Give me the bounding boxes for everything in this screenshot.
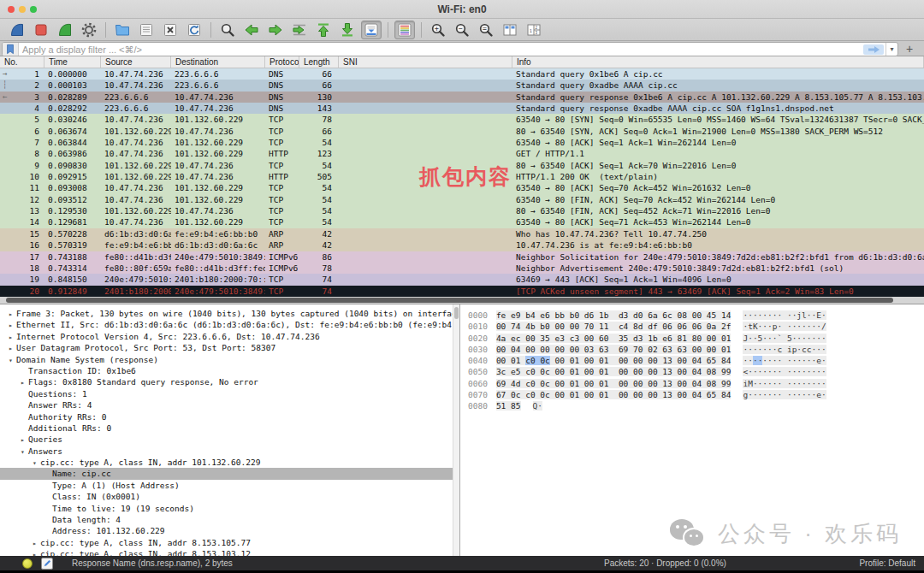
detail-line[interactable]: Answer RRs: 4: [0, 399, 459, 411]
detail-line[interactable]: ▸Frame 3: Packet, 130 bytes on wire (104…: [0, 308, 459, 319]
detail-line[interactable]: Data length: 4: [0, 514, 459, 525]
detail-line[interactable]: Transaction ID: 0x1be6: [0, 365, 459, 376]
detail-line[interactable]: Name: cip.cc: [0, 468, 459, 479]
layout-button[interactable]: 123: [524, 21, 544, 39]
colorize-button[interactable]: [394, 21, 415, 39]
expander-closed-icon[interactable]: ▸: [17, 434, 28, 445]
go-forward-button[interactable]: [265, 21, 286, 39]
detail-line[interactable]: ▸Flags: 0x8180 Standard query response, …: [0, 376, 459, 387]
hex-line-0070[interactable]: 007067 0c c0 0c 00 01 00 01 00 00 00 13 …: [468, 389, 924, 400]
detail-line[interactable]: Additional RRs: 0: [0, 422, 459, 434]
packet-row-8[interactable]: 80.06398610.47.74.236101.132.60.229HTTP1…: [0, 148, 924, 159]
detail-line[interactable]: Time to live: 19 (19 seconds): [0, 503, 459, 514]
expander-closed-icon[interactable]: ▸: [29, 538, 40, 548]
status-profile[interactable]: Profile: Default: [859, 558, 915, 568]
hex-line-0020[interactable]: 00204a ec 00 35 e3 c3 00 60 35 d3 1b e6 …: [468, 333, 924, 344]
packet-row-17[interactable]: 170.743188fe80::d41b:d3f…240e:479:5010:3…: [0, 251, 924, 263]
stop-capture-button[interactable]: [31, 21, 51, 39]
hex-line-0030[interactable]: 003000 04 00 00 00 00 03 63 69 70 02 63 …: [468, 344, 924, 355]
column-header-no[interactable]: No.: [0, 56, 44, 68]
column-header-destination[interactable]: Destination: [171, 56, 265, 68]
detail-line[interactable]: Authority RRs: 0: [0, 411, 459, 422]
packet-row-20[interactable]: 200.9128492401:b180:2000…240e:479:5010:3…: [0, 286, 924, 297]
detail-line[interactable]: Class: IN (0x0001): [0, 491, 459, 502]
hex-line-0060[interactable]: 006069 4d c0 0c 00 01 00 01 00 00 00 13 …: [468, 378, 924, 389]
hex-line-0080[interactable]: 008051 85Q·: [468, 400, 924, 411]
capture-options-button[interactable]: [79, 21, 99, 39]
packet-row-18[interactable]: 180.743314fe80::80f:659a…fe80::d41b:d3ff…: [0, 263, 924, 274]
detail-line[interactable]: ▾cip.cc: type A, class IN, addr 101.132.…: [0, 457, 459, 468]
column-header-protocol[interactable]: Protocol: [265, 56, 299, 68]
zoom-out-button[interactable]: −: [452, 21, 472, 39]
expander-open-icon[interactable]: ▾: [5, 355, 16, 365]
packet-row-4[interactable]: 40.028292223.6.6.610.47.74.236DNS143Stan…: [0, 103, 924, 114]
zoom-reset-button[interactable]: =: [476, 21, 496, 39]
detail-line[interactable]: Questions: 1: [0, 388, 459, 399]
expert-info-icon[interactable]: [22, 558, 33, 569]
packet-row-16[interactable]: 160.570319fe:e9:b4:e6:bb…d6:1b:d3:d0:6a:…: [0, 239, 924, 251]
zoom-in-button[interactable]: +: [428, 21, 448, 39]
save-file-button[interactable]: [136, 21, 157, 39]
details-scrollbar[interactable]: [453, 304, 459, 557]
filter-dropdown-caret[interactable]: ▾: [886, 43, 897, 56]
display-filter-input[interactable]: [19, 44, 863, 55]
column-header-source[interactable]: Source: [101, 56, 171, 68]
auto-scroll-button[interactable]: [361, 21, 382, 39]
detail-line[interactable]: Type: A (1) (Host Address): [0, 480, 459, 491]
packet-row-7[interactable]: 70.06384410.47.74.236101.132.60.229TCP54…: [0, 137, 924, 148]
detail-line[interactable]: ▸Internet Protocol Version 4, Src: 223.6…: [0, 331, 459, 342]
expander-open-icon[interactable]: ▾: [29, 458, 40, 468]
packet-row-2[interactable]: 2┆0.00010310.47.74.236223.6.6.6DNS66Stan…: [0, 80, 924, 91]
detail-line[interactable]: ▾Answers: [0, 446, 459, 457]
close-file-button[interactable]: [160, 21, 181, 39]
expander-closed-icon[interactable]: ▸: [5, 320, 16, 330]
packet-row-15[interactable]: 150.570228d6:1b:d3:d0:6a…fe:e9:b4:e6:bb:…: [0, 228, 924, 239]
open-file-button[interactable]: [112, 21, 133, 39]
column-header-time[interactable]: Time: [44, 56, 101, 68]
filter-bookmark-icon[interactable]: [3, 43, 19, 56]
details-scrollbar-thumb[interactable]: [454, 307, 459, 319]
go-last-button[interactable]: [337, 21, 358, 39]
hex-line-0040[interactable]: 004000 01 c0 0c 00 01 00 01 00 00 00 13 …: [468, 355, 924, 366]
detail-line[interactable]: ▸User Datagram Protocol, Src Port: 53, D…: [0, 342, 459, 353]
detail-line[interactable]: ▾Domain Name System (response): [0, 354, 459, 365]
filter-add-button[interactable]: +: [902, 42, 917, 56]
restart-capture-button[interactable]: [55, 21, 75, 39]
column-header-info[interactable]: Info: [512, 56, 924, 68]
packet-row-5[interactable]: 50.03024610.47.74.236101.132.60.229TCP78…: [0, 114, 924, 125]
packet-row-12[interactable]: 120.09351210.47.74.236101.132.60.229TCP5…: [0, 194, 924, 205]
reload-file-button[interactable]: [184, 21, 204, 39]
go-to-packet-button[interactable]: [289, 21, 310, 39]
column-header-sni[interactable]: SNI: [339, 56, 512, 68]
start-capture-button[interactable]: [7, 21, 27, 39]
column-header-length[interactable]: Length: [299, 56, 339, 68]
go-first-button[interactable]: [313, 21, 334, 39]
horizontal-scrollbar[interactable]: [0, 297, 924, 304]
packet-row-11[interactable]: 110.09300810.47.74.236101.132.60.229TCP5…: [0, 182, 924, 193]
packet-row-10[interactable]: 100.092915101.132.60.22910.47.74.236HTTP…: [0, 171, 924, 182]
packet-row-9[interactable]: 90.090830101.132.60.22910.47.74.236TCP54…: [0, 160, 924, 171]
detail-line[interactable]: Address: 101.132.60.229: [0, 525, 459, 536]
find-packet-button[interactable]: [217, 21, 238, 39]
expander-closed-icon[interactable]: ▸: [5, 343, 16, 353]
packet-row-1[interactable]: 1→0.00000010.47.74.236223.6.6.6DNS66Stan…: [0, 68, 924, 80]
hex-line-0000[interactable]: 0000fe e9 b4 e6 bb b0 d6 1b d3 d0 6a 6c …: [468, 310, 924, 321]
go-back-button[interactable]: [241, 21, 262, 39]
expander-open-icon[interactable]: ▾: [17, 446, 28, 457]
packet-row-19[interactable]: 190.848150240e:479:5010:…2401:b180:2000:…: [0, 274, 924, 285]
hex-line-0050[interactable]: 00503c e5 c0 0c 00 01 00 01 00 00 00 13 …: [468, 366, 924, 377]
expander-closed-icon[interactable]: ▸: [17, 377, 28, 387]
detail-line[interactable]: ▸Ethernet II, Src: d6:1b:d3:d0:6a:6c (d6…: [0, 319, 459, 330]
horizontal-scrollbar-thumb[interactable]: [6, 298, 893, 303]
packet-row-14[interactable]: 140.12968110.47.74.236101.132.60.229TCP5…: [0, 216, 924, 227]
filter-apply-button[interactable]: [863, 44, 884, 55]
display-filter-field[interactable]: ▾: [2, 42, 898, 56]
expander-closed-icon[interactable]: ▸: [5, 309, 16, 319]
expander-closed-icon[interactable]: ▸: [5, 332, 16, 342]
detail-line[interactable]: ▸Queries: [0, 434, 459, 445]
packet-row-13[interactable]: 130.129530101.132.60.22910.47.74.236TCP5…: [0, 205, 924, 216]
packet-row-6[interactable]: 60.063674101.132.60.22910.47.74.236TCP66…: [0, 126, 924, 137]
packet-row-3[interactable]: 3←0.028289223.6.6.610.47.74.236DNS130Sta…: [0, 92, 924, 103]
detail-line[interactable]: ▸cip.cc: type A, class IN, addr 8.153.10…: [0, 537, 459, 548]
capture-comment-icon[interactable]: [41, 558, 53, 570]
